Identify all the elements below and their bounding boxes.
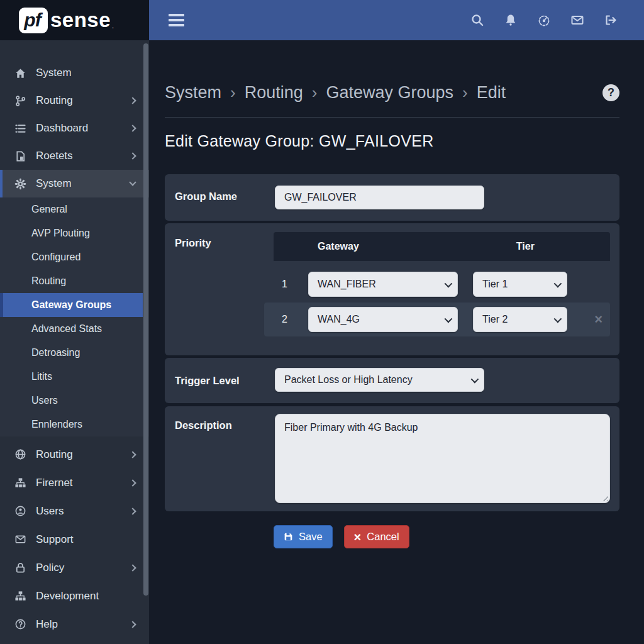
chevron-right-icon bbox=[129, 451, 136, 458]
top-bar: pf sense . bbox=[0, 0, 644, 40]
code-branch-icon bbox=[14, 94, 26, 107]
sidebar-item-label: Support bbox=[36, 533, 138, 546]
submenu-item-routing[interactable]: Routing bbox=[0, 269, 143, 293]
tier-select-value: Tier 2 bbox=[482, 314, 508, 325]
trigger-level-section: Trigger Level Packet Loss or High Latenc… bbox=[165, 358, 619, 403]
group-name-input[interactable] bbox=[275, 186, 484, 209]
gateway-column-header: Gateway bbox=[318, 241, 359, 252]
chevron-down-icon bbox=[445, 314, 453, 323]
chevron-down-icon bbox=[445, 279, 453, 287]
chevron-right-icon bbox=[129, 479, 136, 486]
gateway-select-value: WAN_FIBER bbox=[318, 279, 376, 290]
sidebar-nav: System Routing bbox=[0, 40, 149, 638]
priority-label: Priority bbox=[175, 237, 211, 249]
x-icon: × bbox=[354, 531, 362, 543]
sidebar-item-routing-2[interactable]: Routing bbox=[0, 440, 149, 469]
submenu-item-gateway-groups[interactable]: Gateway Groups bbox=[0, 293, 143, 317]
gauge-status-icon[interactable] bbox=[537, 13, 551, 27]
submenu-item-detroasing[interactable]: Detroasing bbox=[0, 341, 143, 365]
page-title: Edit Gateway Group: GW_FAILOVER bbox=[165, 132, 619, 150]
chevron-down-icon bbox=[471, 375, 479, 383]
sidebar-item-help[interactable]: Help bbox=[0, 610, 149, 638]
breadcrumb-gateway-groups[interactable]: Gateway Groups bbox=[326, 83, 453, 103]
submenu-item-ennlenders[interactable]: Ennlenders bbox=[0, 413, 143, 436]
logo-registered-mark: . bbox=[112, 22, 114, 30]
sidebar-item-firernet[interactable]: Firernet bbox=[0, 469, 149, 497]
sidebar-item-system-expanded[interactable]: System bbox=[0, 170, 149, 197]
chevron-right-icon bbox=[129, 508, 136, 514]
gateway-select-1[interactable]: WAN_FIBER bbox=[308, 272, 458, 297]
sign-out-icon[interactable] bbox=[604, 13, 618, 27]
submenu-item-avp-plouting[interactable]: AVP Plouting bbox=[0, 221, 143, 245]
sidebar: System Routing bbox=[0, 40, 149, 644]
delete-row-icon[interactable]: × bbox=[594, 313, 602, 326]
submenu-label: AVP Plouting bbox=[31, 228, 90, 239]
active-indicator bbox=[0, 170, 3, 197]
save-button-label: Save bbox=[299, 531, 323, 543]
help-icon[interactable]: ? bbox=[602, 84, 619, 101]
pfsense-logo[interactable]: pf sense . bbox=[19, 8, 114, 33]
breadcrumb-separator: › bbox=[312, 83, 318, 103]
top-bar-nav bbox=[149, 0, 644, 40]
hamburger-menu-icon[interactable] bbox=[165, 10, 188, 30]
mail-icon[interactable] bbox=[570, 13, 584, 27]
sidebar-item-label: System bbox=[36, 177, 130, 190]
submenu-label: General bbox=[31, 204, 67, 215]
top-bar-icon-group bbox=[470, 13, 644, 27]
sidebar-item-label: Help bbox=[36, 618, 130, 631]
breadcrumb-routing[interactable]: Routing bbox=[245, 83, 303, 103]
main-content: System › Routing › Gateway Groups › Edit… bbox=[149, 40, 644, 644]
submenu-item-general[interactable]: General bbox=[0, 197, 143, 221]
logo-pf-text: pf bbox=[24, 9, 42, 31]
priority-section: Priority Gateway Tier 1 WAN_FIBER Tier 1… bbox=[165, 223, 619, 355]
floppy-disk-icon bbox=[284, 532, 293, 541]
sidebar-item-system-home[interactable]: System bbox=[0, 59, 149, 87]
system-submenu: General AVP Plouting Configured Routing … bbox=[0, 197, 149, 436]
sidebar-item-policy[interactable]: Policy bbox=[0, 553, 149, 582]
logo-sense-text: sense bbox=[50, 8, 111, 32]
group-name-section: Group Name bbox=[165, 174, 619, 221]
cancel-button-label: Cancel bbox=[367, 531, 399, 543]
gateway-select-2[interactable]: WAN_4G bbox=[308, 307, 458, 332]
sidebar-item-routing[interactable]: Routing bbox=[0, 87, 149, 114]
sidebar-item-development[interactable]: Development bbox=[0, 582, 149, 610]
trigger-level-select[interactable]: Packet Loss or High Latency bbox=[275, 368, 484, 392]
notifications-bell-icon[interactable] bbox=[504, 13, 518, 27]
selected-indicator bbox=[0, 293, 3, 317]
tier-select-2[interactable]: Tier 2 bbox=[473, 307, 567, 332]
trigger-level-label: Trigger Level bbox=[175, 375, 240, 387]
sidebar-bottom-group: Routing Firernet bbox=[0, 440, 149, 638]
cancel-button[interactable]: × Cancel bbox=[344, 525, 409, 548]
search-icon[interactable] bbox=[470, 13, 484, 27]
trigger-level-value: Packet Loss or High Latency bbox=[284, 374, 413, 386]
sidebar-item-label: Routing bbox=[36, 94, 130, 107]
lock-icon bbox=[14, 562, 26, 574]
row-number: 1 bbox=[282, 279, 287, 290]
submenu-item-configured[interactable]: Configured bbox=[0, 245, 143, 269]
document-icon bbox=[14, 150, 26, 162]
description-label: Description bbox=[175, 419, 232, 431]
submenu-item-litits[interactable]: Litits bbox=[0, 365, 143, 389]
tier-select-1[interactable]: Tier 1 bbox=[473, 272, 567, 297]
chevron-down-icon bbox=[129, 179, 136, 186]
pfsense-app: pf sense . bbox=[0, 0, 644, 644]
users-globe-icon bbox=[14, 505, 26, 518]
sidebar-item-dashboard[interactable]: Dashboard bbox=[0, 114, 149, 142]
sidebar-item-roetets[interactable]: Roetets bbox=[0, 142, 149, 170]
breadcrumb-system[interactable]: System bbox=[165, 83, 221, 103]
sidebar-scrollbar[interactable] bbox=[143, 43, 148, 596]
save-button[interactable]: Save bbox=[274, 525, 333, 548]
list-icon bbox=[14, 122, 26, 135]
gateway-select-value: WAN_4G bbox=[318, 314, 360, 325]
submenu-label: Gateway Groups bbox=[31, 299, 111, 311]
submenu-label: Detroasing bbox=[31, 347, 80, 358]
sidebar-item-support[interactable]: Support bbox=[0, 525, 149, 553]
chevron-right-icon bbox=[129, 152, 136, 159]
tier-select-value: Tier 1 bbox=[482, 279, 508, 290]
description-textarea[interactable]: Fiber Primary with 4G Backup bbox=[275, 414, 610, 503]
chevron-right-icon bbox=[129, 125, 136, 131]
sidebar-item-label: System bbox=[36, 67, 138, 79]
submenu-item-users[interactable]: Users bbox=[0, 389, 143, 413]
submenu-item-advanced-stats[interactable]: Advanced Stats bbox=[0, 317, 143, 341]
sidebar-item-users[interactable]: Users bbox=[0, 497, 149, 525]
